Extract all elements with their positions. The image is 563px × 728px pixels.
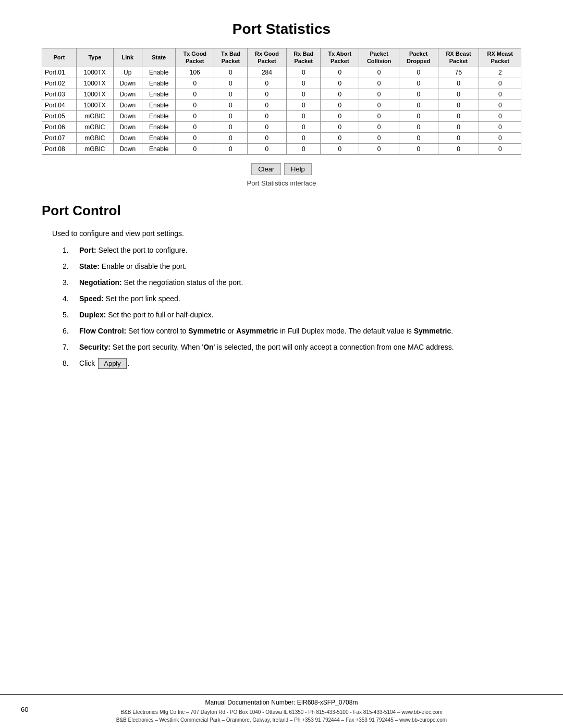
table-row: Port.05mGBICDownEnable000000000 <box>42 110 521 121</box>
list-item-port: Port: Select the port to configure. <box>63 245 521 256</box>
page-title: Port Statistics <box>42 21 521 38</box>
footer-address2: B&B Electronics – Westlink Commercial Pa… <box>21 716 542 724</box>
table-row: Port.08mGBICDownEnable000000000 <box>42 143 521 154</box>
table-row: Port.021000TXDownEnable000000000 <box>42 78 521 89</box>
col-tx-abort: Tx AbortPacket <box>321 48 359 67</box>
port-control-title: Port Control <box>42 203 521 219</box>
list-item-negotiation: Negotiation: Set the negotiation status … <box>63 277 521 288</box>
table-row: Port.011000TXUpEnable10602840000752 <box>42 67 521 78</box>
list-item-flow-control: Flow Control: Set flow control to Symmet… <box>63 326 521 337</box>
page-footer: 60 Manual Documentation Number: EIR608-x… <box>0 694 563 728</box>
term-negotiation: Negotiation: <box>79 278 122 287</box>
desc-flow-control: Set flow control to <box>126 327 188 335</box>
term-state: State: <box>79 262 100 270</box>
col-link: Link <box>113 48 142 67</box>
table-caption: Port Statistics interface <box>42 179 521 187</box>
flow-asymmetric: Asymmetric <box>236 327 278 335</box>
desc-speed: Set the port link speed. <box>104 294 180 303</box>
desc-negotiation: Set the negotiation status of the port. <box>122 278 243 287</box>
flow-or: or <box>226 327 236 335</box>
term-flow-control: Flow Control: <box>79 327 126 335</box>
col-tx-bad: Tx BadPacket <box>214 48 247 67</box>
col-rx-good: Rx GoodPacket <box>247 48 287 67</box>
list-item-duplex: Duplex: Set the port to full or half-dup… <box>63 310 521 320</box>
list-item-state: State: Enable or disable the port. <box>63 261 521 272</box>
desc-state: Enable or disable the port. <box>100 262 187 270</box>
clear-button[interactable]: Clear <box>251 163 281 175</box>
doc-number: Manual Documentation Number: EIR608-xSFP… <box>21 699 542 706</box>
table-row: Port.06mGBICDownEnable000000000 <box>42 121 521 132</box>
intro-text: Used to configure and view port settings… <box>52 229 521 238</box>
help-button[interactable]: Help <box>284 163 312 175</box>
list-item-apply: Click Apply. <box>63 358 521 369</box>
desc-port: Select the port to configure. <box>96 246 188 254</box>
desc-security: Set the port security. When ' <box>111 343 203 351</box>
flow-default: Symmetric <box>414 327 451 335</box>
col-rx-bcast: RX BcastPacket <box>438 48 479 67</box>
instructions-list: Port: Select the port to configure. Stat… <box>63 245 521 369</box>
desc-duplex: Set the port to full or half-duplex. <box>106 311 213 319</box>
flow-in-full: in Full Duplex mode. The default value i… <box>278 327 413 335</box>
col-tx-good: Tx GoodPacket <box>176 48 214 67</box>
table-row: Port.07mGBICDownEnable000000000 <box>42 132 521 143</box>
page-number: 60 <box>21 706 28 713</box>
flow-period: . <box>451 327 453 335</box>
button-row: Clear Help <box>42 163 521 175</box>
security-on: On <box>203 343 213 351</box>
footer-address1: B&B Electronics Mfg Co Inc – 707 Dayton … <box>21 708 542 716</box>
col-dropped: PacketDropped <box>399 48 438 67</box>
table-row: Port.041000TXDownEnable000000000 <box>42 100 521 110</box>
col-rx-bad: Rx BadPacket <box>287 48 321 67</box>
col-state: State <box>142 48 176 67</box>
col-collision: PacketCollision <box>359 48 399 67</box>
term-duplex: Duplex: <box>79 311 106 319</box>
term-security: Security: <box>79 343 111 351</box>
term-speed: Speed: <box>79 294 104 303</box>
flow-symmetric: Symmetric <box>188 327 226 335</box>
page-content: Port Statistics Port Type Link State Tx … <box>0 0 563 416</box>
term-port: Port: <box>79 246 96 254</box>
click-text: Click <box>79 359 97 367</box>
col-port: Port <box>42 48 77 67</box>
apply-button[interactable]: Apply <box>98 358 127 369</box>
list-item-speed: Speed: Set the port link speed. <box>63 293 521 304</box>
table-row: Port.031000TXDownEnable000000000 <box>42 89 521 100</box>
desc-security2: ' is selected, the port will only accept… <box>214 343 454 351</box>
col-rx-mcast: RX McastPacket <box>479 48 521 67</box>
col-type: Type <box>77 48 114 67</box>
list-item-security: Security: Set the port security. When 'O… <box>63 342 521 353</box>
statistics-table: Port Type Link State Tx GoodPacket Tx Ba… <box>42 48 521 155</box>
click-period: . <box>128 359 130 367</box>
